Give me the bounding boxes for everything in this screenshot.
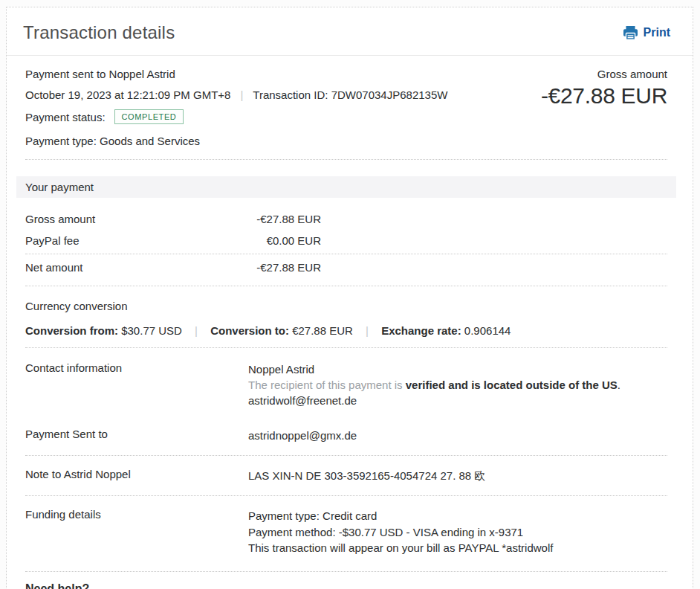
payment-row-net: Net amount -€27.88 EUR [25,261,321,274]
conversion-from-value: $30.77 USD [118,324,182,337]
section-divider [25,286,667,286]
row-value: €0.00 EUR [267,234,321,247]
transaction-details-card: Transaction details Print Payment sent t… [6,7,693,589]
your-payment-heading: Your payment [16,176,676,198]
section-divider [25,571,667,572]
funding-payment-type: Payment type: Credit card [248,508,667,524]
conversion-from-label: Conversion from: [25,324,118,337]
funding-bill-note: This transaction will appear on your bil… [248,540,667,556]
contact-information-label: Contact information [25,361,248,408]
payment-sent-to-row: Payment Sent to astridnoppel@gmx.de [25,428,667,443]
note-row: Note to Astrid Noppel LAS XIN-N DE 303-3… [25,468,667,483]
recipient-email: astridwolf@freenet.de [248,393,667,408]
payment-sent-to-label: Payment Sent to [25,428,248,443]
payment-sent-to-heading: Payment sent to Noppel Astrid [25,68,447,80]
status-badge: COMPLETED [114,109,184,124]
page-title: Transaction details [23,22,175,43]
row-label: PayPal fee [25,234,80,247]
need-help-heading: Need help? [25,582,667,589]
exchange-rate-label: Exchange rate: [381,324,461,337]
section-divider [25,455,667,456]
row-label: Net amount [25,261,83,274]
payment-type: Payment type: Goods and Services [25,135,447,147]
contact-information-row: Contact information Noppel Astrid The re… [25,361,667,408]
card-header: Transaction details Print [7,7,693,56]
exchange-rate-value: 0.906144 [461,324,511,337]
row-divider [25,254,667,254]
conversion-to-label: Conversion to: [210,324,289,337]
recipient-verification-note: The recipient of this payment is verifie… [248,377,667,393]
printer-icon [623,26,638,40]
recipient-name: Noppel Astrid [248,361,667,377]
payment-status-label: Payment status: [25,111,106,123]
vertical-separator: | [366,324,369,337]
row-label: Gross amount [25,213,95,225]
row-value: -€27.88 EUR [256,213,321,225]
print-button[interactable]: Print [623,26,670,40]
vertical-separator: | [240,88,243,101]
transaction-date: October 19, 2023 at 12:21:09 PM GMT+8 [25,88,230,101]
payment-sent-to-email: astridnoppel@gmx.de [248,428,667,443]
transaction-id: Transaction ID: 7DW07034JP682135W [253,88,447,101]
note-label: Note to Astrid Noppel [25,468,248,483]
print-button-label[interactable]: Print [644,26,670,39]
funding-details-row: Funding details Payment type: Credit car… [25,508,667,556]
row-value: -€27.88 EUR [256,261,321,274]
payment-row-gross: Gross amount -€27.88 EUR [25,213,321,225]
note-value: LAS XIN-N DE 303-3592165-4054724 27. 88 … [248,468,667,483]
currency-conversion-heading: Currency conversion [25,300,667,312]
gross-amount-label: Gross amount [541,68,667,80]
summary-section: Payment sent to Noppel Astrid October 19… [25,56,667,159]
conversion-to-value: €27.88 EUR [289,324,353,337]
funding-details-label: Funding details [25,508,248,556]
currency-conversion-line: Conversion from: $30.77 USD | Conversion… [25,324,667,337]
section-divider [25,347,667,348]
section-divider [25,159,667,160]
vertical-separator: | [195,324,198,337]
payment-row-fee: PayPal fee €0.00 EUR [25,234,321,247]
gross-amount-value: -€27.88 EUR [541,83,667,109]
funding-payment-method: Payment method: -$30.77 USD - VISA endin… [248,524,667,541]
section-divider [25,495,667,496]
